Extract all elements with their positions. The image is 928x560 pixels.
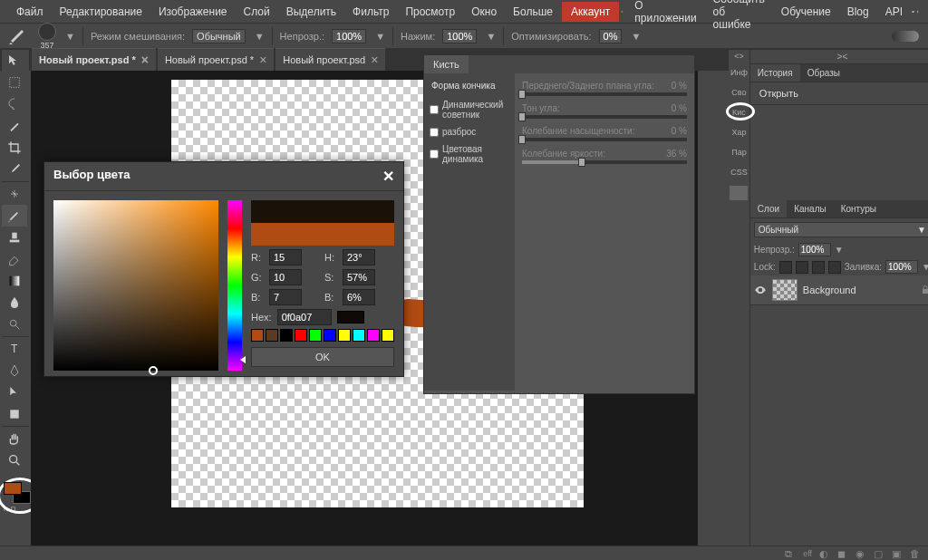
adjustment-icon[interactable]: ◉ bbox=[856, 548, 866, 559]
r-input[interactable] bbox=[269, 249, 302, 266]
tab-close-icon[interactable]: × bbox=[141, 53, 149, 67]
pen-tool[interactable] bbox=[2, 360, 27, 381]
fg-bg-slider[interactable] bbox=[522, 92, 687, 96]
paths-tab[interactable]: Контуры bbox=[834, 200, 884, 217]
move-tool[interactable] bbox=[2, 50, 27, 72]
strip-image-icon[interactable] bbox=[730, 186, 748, 200]
lasso-tool[interactable] bbox=[2, 93, 27, 115]
strip-paragraph[interactable]: Пар bbox=[729, 142, 749, 162]
type-tool[interactable]: T bbox=[2, 338, 27, 360]
link-icon[interactable]: ⧉ bbox=[785, 548, 796, 559]
blend-mode-select[interactable]: Обычный bbox=[192, 29, 246, 43]
opacity-dropdown-icon[interactable]: ▼ bbox=[835, 245, 844, 255]
palette-swatch[interactable] bbox=[266, 329, 278, 342]
scatter-checkbox[interactable]: разброс bbox=[428, 125, 511, 139]
palette-swatch[interactable] bbox=[367, 329, 380, 342]
menu-layer[interactable]: Слой bbox=[237, 2, 277, 22]
document-tab[interactable]: Новый проект.psd × bbox=[276, 48, 385, 71]
brush-dropdown-icon[interactable]: ▼ bbox=[65, 31, 75, 42]
gradient-tool[interactable] bbox=[2, 270, 27, 292]
mask-icon[interactable]: ◼ bbox=[837, 548, 848, 559]
channels-tab[interactable]: Каналы bbox=[787, 200, 834, 217]
folder-icon[interactable]: ▢ bbox=[874, 548, 884, 559]
tab-close-icon[interactable]: × bbox=[259, 53, 266, 67]
healing-tool[interactable] bbox=[2, 183, 27, 205]
color-dynamics-checkbox[interactable]: Цветовая динамика bbox=[428, 142, 511, 166]
blend-dropdown-icon[interactable]: ▼ bbox=[255, 31, 265, 42]
strip-expand-icon[interactable]: <> bbox=[729, 50, 749, 63]
lock-transparent-icon[interactable] bbox=[779, 261, 792, 274]
palette-swatch[interactable] bbox=[338, 329, 351, 342]
brush-tip-section[interactable]: Форма кончика bbox=[428, 77, 511, 94]
pressure-value[interactable]: 100% bbox=[442, 29, 477, 43]
visibility-icon[interactable] bbox=[754, 284, 767, 296]
hex-input[interactable] bbox=[277, 309, 332, 325]
lock-pixels-icon[interactable] bbox=[796, 261, 808, 274]
brush-tool[interactable] bbox=[2, 205, 27, 227]
close-icon[interactable]: ✕ bbox=[382, 168, 394, 185]
document-tab[interactable]: Новый проект.psd * × bbox=[158, 48, 274, 71]
strip-brush[interactable]: Кис bbox=[729, 102, 749, 122]
color-swatches[interactable]: ιт D bbox=[2, 480, 33, 517]
dynamics-checkbox[interactable]: Динамический советник bbox=[428, 98, 511, 121]
strip-info[interactable]: Инф bbox=[729, 63, 749, 82]
panel-collapse-icon[interactable]: >< bbox=[750, 50, 928, 64]
b-input[interactable] bbox=[269, 289, 302, 305]
menu-learn[interactable]: Обучение bbox=[774, 2, 838, 22]
fill-dropdown-icon[interactable]: ▼ bbox=[922, 262, 928, 272]
layer-name[interactable]: Background bbox=[803, 285, 914, 295]
lock-all-icon[interactable] bbox=[828, 261, 841, 274]
color-picker-titlebar[interactable]: Выбор цвета ✕ bbox=[44, 162, 403, 191]
menu-blog[interactable]: Blog bbox=[840, 2, 876, 22]
s-input[interactable] bbox=[343, 269, 375, 285]
path-select-tool[interactable] bbox=[2, 381, 27, 403]
layer-thumbnail[interactable] bbox=[772, 279, 798, 301]
ok-button[interactable]: OK bbox=[251, 347, 394, 367]
lock-position-icon[interactable] bbox=[812, 261, 825, 274]
menu-file[interactable]: Файл bbox=[9, 2, 51, 22]
palette-swatch[interactable] bbox=[382, 329, 394, 342]
hue-slider[interactable] bbox=[227, 200, 242, 371]
menu-about[interactable]: О приложении bbox=[627, 0, 703, 28]
marquee-tool[interactable] bbox=[2, 72, 27, 93]
twitter-icon[interactable] bbox=[912, 4, 914, 20]
palette-swatch[interactable] bbox=[251, 329, 264, 342]
menu-window[interactable]: Окно bbox=[464, 2, 504, 22]
menu-image[interactable]: Изображение bbox=[151, 2, 235, 22]
palette-swatch[interactable] bbox=[324, 329, 336, 342]
new-layer-icon[interactable]: ▣ bbox=[892, 548, 903, 559]
strip-css[interactable]: CSS bbox=[729, 162, 749, 182]
opacity-value[interactable]: 100% bbox=[332, 29, 366, 43]
brush-size-preview[interactable] bbox=[38, 23, 56, 41]
layer-blend-select[interactable]: Обычный ▼ bbox=[754, 222, 928, 237]
opacity-dropdown-icon[interactable]: ▼ bbox=[375, 31, 385, 42]
foreground-color-swatch[interactable] bbox=[4, 482, 22, 495]
hue-slider[interactable] bbox=[522, 115, 687, 119]
zoom-tool[interactable] bbox=[2, 449, 27, 471]
airbrush-toggle-icon[interactable] bbox=[892, 31, 919, 42]
color-cursor[interactable] bbox=[149, 366, 158, 375]
optimize-dropdown-icon[interactable]: ▼ bbox=[631, 31, 641, 42]
color-gradient-field[interactable] bbox=[53, 200, 218, 371]
pressure-dropdown-icon[interactable]: ▼ bbox=[486, 31, 496, 42]
fx-icon[interactable]: ◐ bbox=[819, 548, 830, 559]
menu-account[interactable]: Аккаунт bbox=[562, 2, 619, 22]
palette-swatch[interactable] bbox=[353, 329, 365, 342]
stamp-tool[interactable] bbox=[2, 227, 27, 248]
samples-tab[interactable]: Образы bbox=[800, 64, 847, 82]
menu-view[interactable]: Просмотр bbox=[398, 2, 462, 22]
menu-select[interactable]: Выделить bbox=[279, 2, 343, 22]
fill-input[interactable] bbox=[885, 260, 918, 274]
blur-tool[interactable] bbox=[2, 292, 27, 314]
menu-more[interactable]: Больше bbox=[506, 2, 560, 22]
menu-edit[interactable]: Редактирование bbox=[53, 2, 150, 22]
brightness-input[interactable] bbox=[343, 289, 375, 305]
facebook-icon[interactable] bbox=[916, 4, 919, 20]
search-icon[interactable] bbox=[621, 4, 624, 20]
hand-tool[interactable] bbox=[2, 428, 27, 449]
layers-tab[interactable]: Слои bbox=[750, 200, 787, 217]
strip-character[interactable]: Хар bbox=[729, 122, 749, 142]
crop-tool[interactable] bbox=[2, 137, 27, 159]
brightness-slider[interactable] bbox=[522, 160, 687, 164]
document-tab[interactable]: Новый проект.psd * × bbox=[32, 48, 156, 71]
